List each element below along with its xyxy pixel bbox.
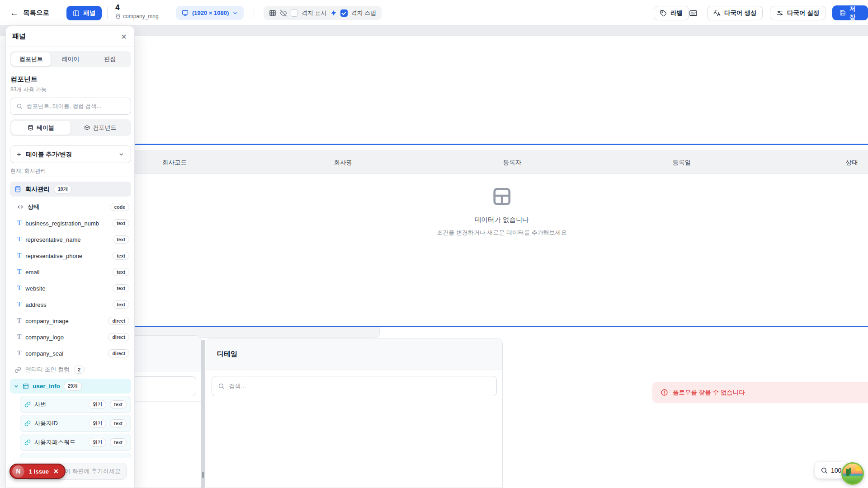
column-type-badge: text (113, 284, 129, 292)
panel-toggle-button[interactable]: 패널 (66, 6, 102, 20)
label-button[interactable]: 라벨 (654, 6, 689, 20)
text-icon: T (17, 285, 21, 292)
table-header-cell[interactable]: 등록일 (673, 159, 691, 167)
column-row[interactable]: T email text (10, 264, 131, 280)
join-column-card[interactable]: 사번 읽기 text (20, 396, 131, 413)
table-empty-state: 데이터가 없습니다 조건을 변경하거나 새로운 데이터를 추가해보세요 (437, 187, 566, 237)
detail-search-input[interactable]: 검색... (212, 376, 497, 396)
grid-show-checkbox[interactable] (291, 9, 298, 17)
code-icon (17, 204, 24, 210)
close-icon[interactable]: ✕ (119, 32, 129, 42)
column-type-badge: text (113, 252, 129, 260)
component-panel: 패널 ✕ 컴포넌트 레이어 편집 컴포넌트 83개 사용 가능 컴포넌트, 테이… (5, 26, 135, 488)
table-header-cell[interactable]: 등록자 (503, 159, 522, 167)
column-type-badge: text (113, 268, 129, 276)
divider (59, 7, 59, 19)
eye-off-icon[interactable] (280, 9, 287, 17)
lightning-icon (330, 9, 337, 16)
table-grid-icon (491, 187, 512, 206)
save-button-text: 저장 (849, 5, 861, 21)
tab-components[interactable]: 컴포넌트 (11, 52, 51, 66)
grid-show-label[interactable]: 격자 표시 (302, 9, 327, 17)
magnifier-icon (821, 467, 828, 474)
column-row[interactable]: T website text (10, 280, 131, 296)
divider (254, 7, 254, 19)
readonly-badge: 읽기 (89, 400, 106, 409)
issue-logo: N (12, 465, 24, 478)
text-icon: T (17, 301, 21, 308)
tab-edit[interactable]: 편집 (90, 52, 130, 66)
readonly-badge: 읽기 (89, 419, 106, 428)
join-table-row[interactable]: user_info 29개 (10, 379, 131, 394)
resize-handle-thumb[interactable] (202, 472, 204, 478)
table-header-cell[interactable]: 상태 (846, 159, 858, 167)
page-number: 4 (115, 3, 119, 12)
search-icon (218, 383, 225, 389)
i18n-generate-button[interactable]: 다국어 생성 (707, 6, 763, 20)
column-type-badge: text (110, 400, 127, 408)
tab-layers[interactable]: 레이어 (51, 52, 90, 66)
table-component[interactable]: 회사코드 회사명 등록자 등록일 상태 데이터가 없습니다 조건을 변경하거나 … (113, 144, 868, 327)
column-row[interactable]: T company_image direct (10, 313, 131, 329)
column-name: address (25, 301, 108, 308)
column-row[interactable]: T representative_phone text (10, 248, 131, 264)
readonly-badge: 읽기 (89, 438, 106, 447)
translate-icon (713, 9, 721, 17)
link-icon (14, 366, 21, 373)
text-icon: T (17, 220, 21, 227)
grid-icon[interactable] (269, 9, 276, 17)
column-row[interactable]: T business_registration_numb text (10, 215, 131, 231)
tree-table-row[interactable]: 회사관리 10개 (10, 182, 131, 197)
resolution-value: (868 × 488) (192, 9, 229, 16)
database-icon (14, 186, 21, 192)
chevron-down-icon[interactable] (14, 384, 19, 389)
i18n-settings-button[interactable]: 다국어 설정 (770, 6, 826, 20)
toggle-table[interactable]: 테이블 (11, 121, 71, 135)
table-header-cell[interactable]: 회사명 (334, 159, 353, 167)
keyboard-icon (689, 9, 698, 17)
column-name: representative_phone (25, 253, 108, 259)
toggle-component[interactable]: 컴포넌트 (71, 121, 130, 135)
table-header-cell[interactable]: 회사코드 (162, 159, 187, 167)
column-row[interactable]: T company_logo direct (10, 329, 131, 345)
resolution-dropdown[interactable]: (868 × 488) (176, 6, 244, 20)
component-search-input[interactable]: 컴포넌트, 테이블, 컬럼 검색... (10, 98, 131, 115)
entity-join-label: 엔티티 조인 컬럼 (25, 366, 70, 374)
island-avatar-icon[interactable] (841, 462, 864, 485)
join-column-card[interactable]: 사용자패스워드 읽기 text (20, 434, 131, 451)
join-column-card[interactable] (20, 453, 131, 458)
join-column-card[interactable]: 사용자ID 읽기 text (20, 415, 131, 432)
divider (167, 7, 167, 19)
monitor-icon (182, 9, 189, 16)
close-icon[interactable]: ✕ (53, 468, 59, 475)
text-icon-muted: T (17, 350, 21, 357)
save-button[interactable]: 저장 (832, 5, 868, 20)
column-type-badge: text (110, 419, 127, 427)
column-row[interactable]: 상태 code (10, 199, 131, 215)
column-name: business_registration_numb (25, 220, 108, 227)
column-name: 상태 (28, 203, 106, 211)
column-row[interactable]: T address text (10, 296, 131, 313)
panel-resize-handle[interactable] (201, 340, 205, 488)
panel-left-icon (73, 10, 80, 17)
column-row[interactable]: T representative_name text (10, 231, 131, 248)
zoom-level-value: 100 (831, 467, 841, 474)
entity-join-count: 2 (74, 366, 85, 374)
component-search-placeholder: 컴포넌트, 테이블, 컬럼 검색... (27, 103, 101, 110)
back-to-list-button[interactable]: ← 목록으로 (10, 0, 49, 26)
add-table-dropdown[interactable]: + 테이블 추가/변경 (10, 145, 131, 163)
chevron-down-icon (118, 151, 124, 157)
chevron-down-icon (232, 10, 238, 16)
column-type-badge: text (110, 438, 127, 446)
toggle-component-label: 컴포넌트 (93, 124, 117, 132)
table-name-label: company_mng (123, 13, 159, 19)
flow-error-text: 플로우를 찾을 수 없습니다 (673, 389, 745, 397)
issue-badge[interactable]: N 1 Issue ✕ (9, 464, 66, 479)
column-type-badge: text (113, 219, 129, 227)
grid-snap-checkbox[interactable] (340, 9, 348, 17)
detail-panel-title: 디테일 (217, 350, 237, 358)
keyboard-shortcut-button[interactable] (689, 7, 698, 19)
column-row[interactable]: T company_seal direct (10, 345, 131, 361)
column-type-badge: direct (108, 349, 129, 357)
grid-snap-label[interactable]: 격자 스냅 (351, 9, 377, 17)
